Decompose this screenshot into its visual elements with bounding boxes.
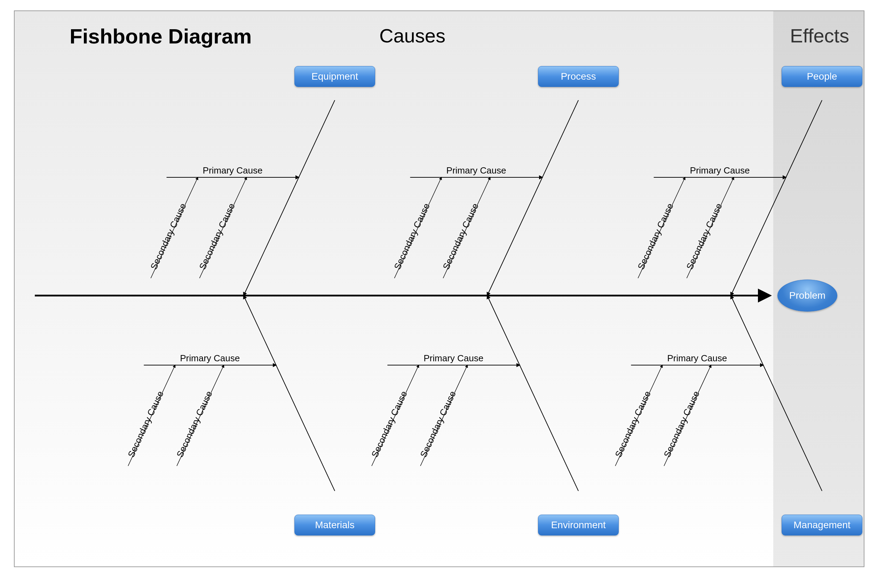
category-materials: Materials bbox=[294, 515, 375, 536]
header-effects: Effects bbox=[790, 24, 849, 47]
diagram-stage: Fishbone Diagram Causes Effects Equipmen… bbox=[0, 0, 870, 588]
category-management: Management bbox=[782, 515, 863, 536]
primary-cause-t1: Primary Cause bbox=[447, 165, 507, 176]
header-causes: Causes bbox=[379, 24, 445, 47]
primary-cause-t0: Primary Cause bbox=[203, 165, 263, 176]
problem-node: Problem bbox=[778, 279, 837, 312]
primary-cause-b0: Primary Cause bbox=[180, 353, 240, 364]
primary-cause-t2: Primary Cause bbox=[690, 165, 750, 176]
category-equipment: Equipment bbox=[294, 66, 375, 87]
primary-cause-b2: Primary Cause bbox=[667, 353, 727, 364]
causes-panel bbox=[14, 10, 774, 567]
category-process: Process bbox=[538, 66, 619, 87]
category-environment: Environment bbox=[538, 515, 619, 536]
category-people: People bbox=[782, 66, 863, 87]
primary-cause-b1: Primary Cause bbox=[423, 353, 483, 364]
diagram-title: Fishbone Diagram bbox=[70, 24, 252, 48]
